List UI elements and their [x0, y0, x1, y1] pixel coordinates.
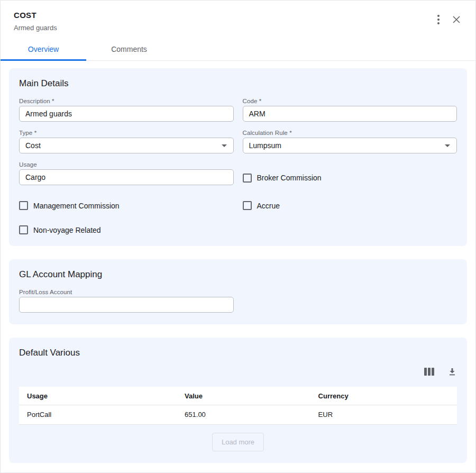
- checkbox-box: [243, 201, 252, 210]
- management-commission-label: Management Commission: [33, 202, 120, 210]
- column-header-value[interactable]: Value: [177, 387, 310, 405]
- usage-input[interactable]: [19, 169, 234, 185]
- description-input[interactable]: [19, 106, 234, 122]
- tab-comments[interactable]: Comments: [86, 40, 172, 60]
- default-various-table: Usage Value Currency PortCall 651.00 EUR: [19, 387, 457, 425]
- calculation-rule-label: Calculation Rule *: [243, 130, 457, 136]
- broker-commission-checkbox[interactable]: Broker Commission: [243, 174, 322, 183]
- management-commission-checkbox[interactable]: Management Commission: [19, 201, 234, 210]
- table-row[interactable]: PortCall 651.00 EUR: [19, 405, 457, 425]
- load-more-container: Load more: [19, 433, 457, 451]
- description-label: Description *: [19, 98, 234, 104]
- main-details-section: Main Details Description * Code * Type *…: [9, 68, 467, 246]
- cell-usage: PortCall: [19, 405, 177, 425]
- load-more-button[interactable]: Load more: [212, 433, 264, 451]
- download-icon[interactable]: [448, 367, 456, 376]
- code-label: Code *: [243, 98, 457, 104]
- tab-overview[interactable]: Overview: [1, 40, 86, 60]
- profit-loss-account-input[interactable]: [19, 297, 234, 313]
- calculation-rule-select-value: Lumpsum: [249, 141, 281, 150]
- calculation-rule-select[interactable]: Lumpsum: [243, 138, 457, 153]
- type-label: Type *: [19, 130, 234, 136]
- cell-value: 651.00: [177, 405, 310, 425]
- non-voyage-related-checkbox[interactable]: Non-voyage Related: [19, 225, 234, 234]
- default-various-title: Default Various: [19, 348, 457, 358]
- accrue-label: Accrue: [257, 202, 280, 210]
- code-field: Code *: [243, 98, 457, 122]
- type-select[interactable]: Cost: [19, 138, 234, 153]
- code-input[interactable]: [243, 106, 457, 122]
- kebab-menu-icon[interactable]: [436, 14, 441, 25]
- type-select-value: Cost: [25, 141, 41, 150]
- chevron-down-icon: [445, 144, 450, 147]
- checkbox-box: [19, 201, 28, 210]
- profit-loss-account-label: Profit/Loss Account: [19, 289, 234, 295]
- profit-loss-account-field: Profit/Loss Account: [19, 289, 234, 313]
- accrue-checkbox[interactable]: Accrue: [243, 201, 457, 210]
- cell-currency: EUR: [310, 405, 457, 425]
- table-header-row: Usage Value Currency: [19, 387, 457, 405]
- non-voyage-related-label: Non-voyage Related: [33, 226, 101, 234]
- tab-bar: Overview Comments: [1, 40, 475, 61]
- page-title: COST: [14, 11, 463, 20]
- column-header-usage[interactable]: Usage: [19, 387, 177, 405]
- broker-commission-label: Broker Commission: [257, 174, 322, 182]
- type-field: Type * Cost: [19, 130, 234, 153]
- main-details-title: Main Details: [19, 78, 457, 89]
- page-subtitle: Armed guards: [14, 24, 463, 32]
- checkbox-box: [243, 174, 252, 183]
- gl-account-mapping-title: GL Account Mapping: [19, 269, 457, 280]
- column-header-currency[interactable]: Currency: [310, 387, 457, 405]
- table-toolbar: [19, 367, 456, 376]
- usage-label: Usage: [19, 161, 234, 168]
- close-icon[interactable]: [452, 15, 461, 24]
- chevron-down-icon: [222, 144, 227, 147]
- header-actions: [436, 14, 461, 25]
- description-field: Description *: [19, 98, 234, 122]
- default-various-section: Default Various Usage Value Currency: [9, 338, 467, 463]
- panel-content: Main Details Description * Code * Type *…: [1, 61, 475, 470]
- usage-field: Usage: [19, 161, 234, 185]
- panel-header: COST Armed guards: [1, 1, 475, 32]
- calculation-rule-field: Calculation Rule * Lumpsum: [243, 130, 457, 153]
- gl-account-mapping-section: GL Account Mapping Profit/Loss Account: [9, 259, 467, 324]
- columns-icon[interactable]: [424, 367, 435, 376]
- checkbox-box: [19, 225, 28, 234]
